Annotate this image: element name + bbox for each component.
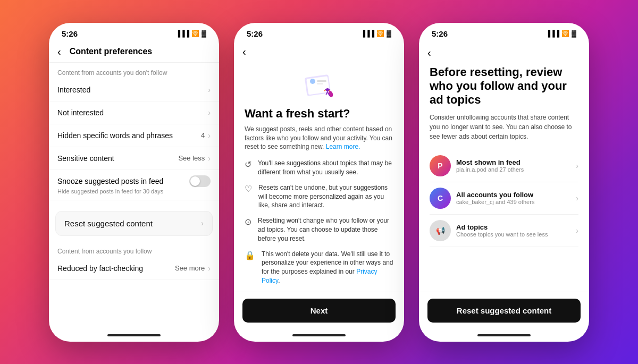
- reset-suggested-content-button[interactable]: Reset suggested content ›: [55, 211, 213, 236]
- menu-item-label: Interested: [57, 86, 90, 94]
- phone-3: 5:26 ▐▐▐ 🛜 ▓ ‹ Before resetting, review …: [419, 23, 589, 342]
- chevron-icon: ›: [576, 162, 578, 170]
- menu-item-right: See less ›: [178, 154, 211, 163]
- menu-item-label: Hidden specific words and phrases: [57, 131, 173, 140]
- info-text-4: This won't delete your data. We'll still…: [262, 250, 393, 285]
- menu-item-fact-check[interactable]: Reduced by fact-checking See more ›: [49, 257, 219, 280]
- status-bar-3: 5:26 ▐▐▐ 🛜 ▓: [419, 23, 589, 41]
- time-3: 5:26: [432, 29, 448, 38]
- privacy-policy-link[interactable]: Privacy Policy: [262, 268, 377, 284]
- status-icons-1: ▐▐▐ 🛜 ▓: [176, 30, 206, 37]
- refresh-icon: ↺: [245, 159, 251, 170]
- avatar-most-shown: P: [430, 155, 451, 176]
- fact-check-badge: See more: [175, 264, 205, 272]
- reset-content-button[interactable]: Reset suggested content: [427, 299, 581, 323]
- snooze-top: Snooze suggested posts in feed: [57, 175, 211, 187]
- section-label-2: Content from accounts you follow: [49, 241, 219, 257]
- hidden-words-badge: 4: [201, 131, 205, 139]
- illustration: [234, 62, 404, 107]
- signal-icon: ▐▐▐: [361, 30, 375, 37]
- account-sub: cake_baker_cj and 439 others: [456, 199, 576, 205]
- time-1: 5:26: [62, 29, 78, 38]
- snooze-toggle[interactable]: [189, 175, 211, 187]
- account-name: All accounts you follow: [456, 191, 576, 199]
- back-button-2[interactable]: ‹: [234, 41, 404, 62]
- snooze-item: Snooze suggested posts in feed Hide sugg…: [49, 170, 219, 200]
- fresh-start-subtitle: We suggest posts, reels and other conten…: [245, 125, 393, 151]
- chevron-icon: ›: [208, 131, 211, 140]
- account-info-most-shown: Most shown in feed pia.in.a.pod and 27 o…: [456, 158, 576, 173]
- snooze-label: Snooze suggested posts in feed: [57, 177, 163, 185]
- menu-item-sensitive[interactable]: Sensitive content See less ›: [49, 147, 219, 170]
- snooze-sub: Hide suggested posts in feed for 30 days: [57, 188, 211, 194]
- reset-description: Consider unfollowing accounts that share…: [430, 113, 578, 141]
- chevron-icon: ›: [208, 264, 211, 273]
- menu-item-right: 4 ›: [201, 131, 211, 140]
- back-button-1[interactable]: ‹: [57, 46, 61, 58]
- heart-icon: ♡: [245, 184, 252, 194]
- svg-point-2: [310, 79, 315, 84]
- reset-label: Reset suggested content: [64, 219, 153, 228]
- signal-icon: ▐▐▐: [176, 30, 190, 37]
- reset-review-title: Before resetting, review who you follow …: [430, 65, 578, 107]
- person-icon: ⊙: [245, 217, 251, 227]
- home-indicator-3: [477, 334, 531, 336]
- signal-icon: ▐▐▐: [546, 30, 560, 37]
- phone3-body: Before resetting, review who you follow …: [419, 61, 589, 292]
- chevron-icon: ›: [576, 226, 578, 235]
- section-label-1: Content from accounts you don't follow: [49, 63, 219, 79]
- battery-icon: ▓: [202, 30, 206, 37]
- home-indicator-2: [292, 334, 346, 336]
- account-name: Ad topics: [456, 223, 576, 231]
- sensitive-badge: See less: [178, 154, 205, 162]
- phone-2: 5:26 ▐▐▐ 🛜 ▓ ‹ Wa: [234, 23, 404, 342]
- menu-item-right: See more ›: [175, 264, 211, 273]
- account-info-ad-topics: Ad topics Choose topics you want to see …: [456, 223, 576, 238]
- menu-item-not-interested[interactable]: Not interested ›: [49, 101, 219, 124]
- account-sub: Choose topics you want to see less: [456, 231, 576, 238]
- menu-item-label: Not interested: [57, 108, 104, 117]
- time-2: 5:26: [247, 29, 263, 38]
- wifi-icon: 🛜: [376, 30, 384, 37]
- learn-more-link[interactable]: Learn more.: [326, 143, 360, 150]
- info-item-3: ⊙ Resetting won't change who you follow …: [245, 216, 393, 243]
- account-row-ad-topics[interactable]: 📢 Ad topics Choose topics you want to se…: [430, 215, 578, 247]
- next-button[interactable]: Next: [242, 299, 396, 323]
- lock-icon: 🔒: [245, 250, 255, 260]
- phone3-content: Before resetting, review who you follow …: [419, 61, 589, 292]
- chevron-icon: ›: [576, 194, 578, 202]
- svg-rect-3: [317, 80, 326, 82]
- account-row-all-accounts[interactable]: C All accounts you follow cake_baker_cj …: [430, 182, 578, 215]
- battery-icon: ▓: [387, 30, 391, 37]
- account-info-all-accounts: All accounts you follow cake_baker_cj an…: [456, 191, 576, 205]
- menu-item-interested[interactable]: Interested ›: [49, 79, 219, 101]
- nav-header-1: ‹ Content preferences: [49, 41, 219, 63]
- svg-rect-4: [317, 83, 323, 84]
- phone1-content: Content from accounts you don't follow I…: [49, 63, 219, 331]
- wifi-icon: 🛜: [191, 30, 199, 37]
- home-indicator-1: [107, 334, 161, 336]
- fresh-start-title: Want a fresh start?: [245, 107, 393, 121]
- menu-item-hidden-words[interactable]: Hidden specific words and phrases 4 ›: [49, 124, 219, 147]
- status-icons-2: ▐▐▐ 🛜 ▓: [361, 30, 391, 37]
- status-bar-1: 5:26 ▐▐▐ 🛜 ▓: [49, 23, 219, 41]
- avatar-ad-topics: 📢: [430, 220, 451, 241]
- status-icons-3: ▐▐▐ 🛜 ▓: [546, 30, 576, 37]
- account-row-most-shown[interactable]: P Most shown in feed pia.in.a.pod and 27…: [430, 150, 578, 182]
- page-title-1: Content preferences: [70, 47, 153, 56]
- phone2-body: Want a fresh start? We suggest posts, re…: [234, 107, 404, 292]
- menu-item-label: Sensitive content: [57, 154, 114, 163]
- phone2-content: Want a fresh start? We suggest posts, re…: [234, 62, 404, 292]
- chevron-icon: ›: [208, 108, 211, 117]
- menu-item-right: ›: [208, 86, 211, 94]
- avatar-all-accounts: C: [430, 188, 451, 209]
- info-text-2: Resets can't be undone, but your suggest…: [258, 183, 393, 210]
- phone3-footer: Reset suggested content: [419, 292, 589, 331]
- back-button-3[interactable]: ‹: [419, 41, 589, 61]
- info-text-1: You'll see suggestions about topics that…: [258, 159, 393, 177]
- info-item-2: ♡ Resets can't be undone, but your sugge…: [245, 183, 393, 210]
- status-bar-2: 5:26 ▐▐▐ 🛜 ▓: [234, 23, 404, 41]
- chevron-icon: ›: [201, 219, 204, 227]
- battery-icon: ▓: [572, 30, 576, 37]
- phone-1: 5:26 ▐▐▐ 🛜 ▓ ‹ Content preferences Conte…: [49, 23, 219, 342]
